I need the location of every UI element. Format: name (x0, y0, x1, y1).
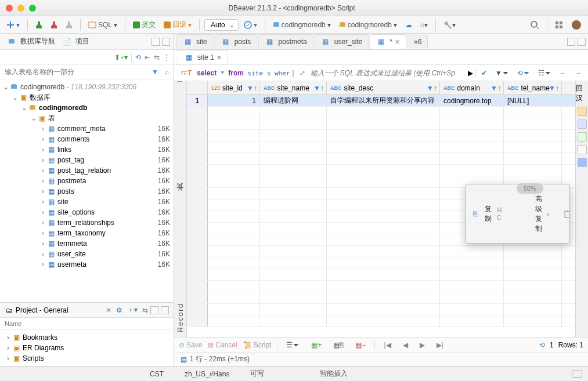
panel-toggle-1[interactable] (578, 107, 587, 116)
filter-icon[interactable]: ▼↑ (247, 84, 257, 92)
tree-table-site_options[interactable]: ›▦site_options16K (0, 207, 174, 217)
filter-expression-input[interactable] (311, 69, 466, 77)
script-button[interactable]: 📜 Script (243, 341, 272, 349)
cloud-button[interactable]: ☁ (402, 20, 415, 30)
editor-tab[interactable]: ▦postmeta (258, 34, 313, 49)
filter-next-icon[interactable]: → (572, 68, 585, 78)
del-row-icon[interactable]: ▦− (352, 340, 369, 350)
filter-icon[interactable]: ▼↑ (490, 84, 501, 92)
link-icon[interactable]: ⇆ (140, 306, 150, 314)
editor-tab[interactable]: ▦*✕ (370, 34, 406, 49)
minimize-panel-icon[interactable] (150, 306, 158, 314)
editor-tab[interactable]: ▦user_site (315, 34, 369, 49)
tree-table-post_tag[interactable]: ›▦post_tag16K (0, 155, 174, 165)
gutter-label-record[interactable]: Record (176, 303, 185, 332)
project-item-scripts[interactable]: ›▣Scripts (0, 353, 174, 364)
filter-prev-icon[interactable]: ← (557, 68, 569, 78)
execute-icon[interactable]: ⮓T (178, 68, 194, 78)
invalidate-button[interactable] (63, 20, 75, 30)
link-editor-icon[interactable]: ⇆ (154, 53, 160, 61)
tree-search-input[interactable] (0, 65, 174, 79)
gutter-label-top[interactable]: 腔屉 (175, 86, 185, 88)
rollback-button[interactable]: 回滚▾ (161, 19, 194, 31)
menu-item[interactable]: 📋粘贴⌘ V (557, 187, 570, 241)
last-page-icon[interactable]: ▶| (434, 340, 446, 350)
column-header[interactable]: ABCdomain▼↑ (440, 81, 504, 95)
menu-item[interactable]: ⎘复制⌘ C (466, 187, 514, 241)
refresh-tree-icon[interactable]: ⟲ (135, 53, 141, 61)
close-panel-icon[interactable]: ✕ (103, 306, 114, 314)
tree-table-site[interactable]: ›▦site16K (0, 197, 174, 207)
tree-table-termmeta[interactable]: ›▦termmeta16K (0, 238, 174, 249)
filter-tree-icon[interactable]: ⋮ (163, 53, 170, 61)
sql-editor-button[interactable]: SQL▾ (85, 20, 120, 30)
config-icon[interactable]: ⚙ (114, 306, 125, 314)
panel-toggle-4[interactable] (578, 145, 587, 154)
min-editor-icon[interactable] (567, 38, 575, 46)
maximize-panel-icon[interactable] (161, 306, 169, 314)
max-editor-icon[interactable] (578, 38, 586, 46)
datasource-select-2[interactable]: codingmoredb ▾ (336, 20, 400, 30)
gutter-label-right[interactable]: 回汉 (576, 84, 588, 103)
column-header[interactable]: ABCsite_desc▼↑ (327, 81, 440, 95)
column-header[interactable]: ABCtel_name▼↑ (504, 81, 562, 95)
commit-button[interactable]: 提交 (130, 19, 158, 31)
filter-settings-icon[interactable]: ⟲⏷ (514, 68, 533, 78)
funnel-icon[interactable]: ▼ (151, 68, 158, 76)
expand-sql-icon[interactable]: ⤢ (297, 68, 308, 78)
tree-table-comment_meta[interactable]: ›▦comment_meta16K (0, 124, 174, 134)
add-connection-icon[interactable]: ⬆+▾ (114, 53, 128, 61)
minimize-window[interactable] (17, 5, 24, 12)
search-toolbar-button[interactable]: 🔧▾ (441, 20, 459, 30)
tab-db-navigator[interactable]: 数据库导航 (3, 35, 59, 48)
next-page-icon[interactable]: ▶ (417, 340, 428, 350)
tree-table-postmeta[interactable]: ›▦postmeta16K (0, 176, 174, 186)
filter-icon[interactable]: ▼↑ (549, 84, 559, 92)
menu-item[interactable]: 高级复制› (514, 187, 557, 241)
context-menu[interactable]: ⎘复制⌘ C高级复制›📋粘贴⌘ V高级粘贴⌃⇧ V▽FilterF11›↕Ord… (466, 184, 570, 244)
gutter-label-mid[interactable]: 长女 (175, 194, 185, 197)
tree-table-comments[interactable]: ›▦comments16K (0, 134, 174, 144)
commit-mode-select[interactable]: Auto ⌄ (204, 19, 239, 31)
minimize-panel-icon[interactable] (151, 38, 160, 46)
column-header[interactable]: ABCsite_name▼↑ (260, 81, 327, 95)
datasource-select-1[interactable]: codingmoredb ▾ (270, 20, 334, 30)
filter-save-icon[interactable]: ☷⏷ (535, 68, 554, 78)
edit-mode-icon[interactable]: ☰⏷ (283, 340, 302, 350)
filter-icon[interactable]: ▼↑ (427, 84, 437, 92)
prev-page-icon[interactable]: ◀ (400, 340, 411, 350)
tx-button[interactable]: ▾ (241, 20, 260, 30)
tree-table-user_site[interactable]: ›▦user_site16K (0, 249, 174, 259)
more-tabs-button[interactable]: »6 (407, 35, 428, 48)
first-page-icon[interactable]: |◀ (381, 340, 394, 350)
panel-toggle-2[interactable] (578, 119, 587, 129)
collapse-tree-icon[interactable]: ⇤ (145, 53, 150, 61)
new-connection-button[interactable]: ▾ (3, 20, 23, 30)
tree-table-links[interactable]: ›▦links16K (0, 144, 174, 155)
project-item-er-diagrams[interactable]: ›▣ER Diagrams (0, 343, 174, 353)
dup-row-icon[interactable]: ▦⎘ (330, 340, 347, 350)
tree-table-post_tag_relation[interactable]: ›▦post_tag_relation16K (0, 165, 174, 176)
result-tab[interactable]: ▦ site 1 ✕ (178, 50, 228, 64)
refresh-results-icon[interactable]: ⟲ (539, 341, 545, 349)
editor-tab[interactable]: ▦site (176, 34, 214, 49)
editor-tab[interactable]: ▦posts (215, 34, 258, 49)
tree-table-term_taxonomy[interactable]: ›▦term_taxonomy16K (0, 228, 174, 238)
close-window[interactable] (6, 5, 13, 12)
connect-button[interactable] (33, 20, 45, 30)
add-icon[interactable]: ＋▾ (125, 305, 140, 315)
search-icon[interactable] (527, 19, 542, 31)
apply-filter-icon[interactable]: ✔ (478, 68, 490, 78)
save-button[interactable]: ⊘ Save (179, 341, 202, 349)
tab-projects[interactable]: 📄 项目 (59, 35, 93, 48)
cancel-button[interactable]: ⊠ Cancel (208, 341, 237, 349)
add-row-icon[interactable]: ▦+ (308, 340, 324, 350)
project-item-bookmarks[interactable]: ›▣Bookmarks (0, 332, 174, 343)
table-row[interactable]: 1 1 编程进阶网 自学编程以来所用资源和分享内容 codingmore.top… (187, 95, 575, 107)
dbeaver-icon[interactable] (568, 19, 585, 31)
maximize-panel-icon[interactable] (162, 38, 170, 46)
panel-toggle-5[interactable] (578, 158, 587, 167)
perspective-icon[interactable] (552, 20, 566, 30)
filter-history-icon[interactable]: ▼⏷ (492, 68, 512, 78)
database-tree[interactable]: ⌄ codingmoredb - 118.190.99.232:3306 ⌄ ▣… (0, 79, 174, 302)
